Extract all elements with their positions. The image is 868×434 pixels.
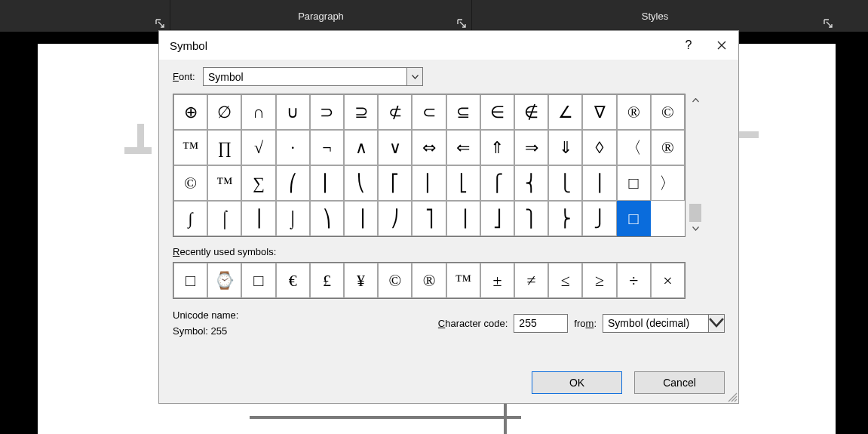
symbol-cell[interactable]: ⎪	[582, 165, 616, 201]
symbol-cell[interactable]: ∪	[276, 94, 310, 130]
symbol-cell[interactable]: ⎜	[310, 165, 344, 201]
symbol-cell[interactable]: ⊇	[344, 94, 378, 130]
symbol-cell[interactable]: ⎧	[480, 165, 514, 201]
symbol-cell[interactable]: ⎬	[548, 201, 582, 236]
symbol-cell[interactable]: ⎢	[412, 165, 446, 201]
symbol-cell[interactable]: ∩	[241, 94, 275, 130]
symbol-cell[interactable]: ™	[173, 130, 207, 165]
recent-symbol-cell[interactable]: €	[276, 263, 310, 298]
recent-symbol-cell[interactable]: ≥	[582, 263, 616, 298]
symbol-cell[interactable]: ∉	[514, 94, 548, 130]
close-button[interactable]	[705, 31, 738, 60]
symbol-cell[interactable]: ∨	[378, 130, 412, 165]
scroll-up-button[interactable]	[689, 94, 702, 107]
recent-symbol-cell[interactable]: ≠	[514, 263, 548, 298]
symbol-cell[interactable]: ⎣	[446, 165, 480, 201]
symbol-cell[interactable]: ∑	[241, 165, 275, 201]
dialog-titlebar[interactable]: Symbol ?	[159, 31, 738, 60]
symbol-cell[interactable]: ∫	[173, 201, 207, 236]
symbol-cell[interactable]: ⎡	[378, 165, 412, 201]
symbol-cell[interactable]: ⇐	[446, 130, 480, 165]
symbol-cell[interactable]: □	[617, 165, 651, 201]
symbol-cell[interactable]: ⇓	[548, 130, 582, 165]
symbol-cell[interactable]: ⇑	[480, 130, 514, 165]
symbol-cell[interactable]: ©	[651, 94, 685, 130]
dialog-launcher-icon[interactable]	[823, 18, 833, 29]
recent-symbol-cell[interactable]: ±	[480, 263, 514, 298]
dialog-launcher-icon[interactable]	[456, 18, 467, 29]
symbol-cell[interactable]: ⎩	[548, 165, 582, 201]
symbol-cell[interactable]: ⎦	[480, 201, 514, 236]
cancel-button[interactable]: Cancel	[634, 371, 725, 394]
symbol-cell[interactable]: ™	[207, 165, 241, 201]
symbol-cell[interactable]: ⎮	[241, 201, 275, 236]
dialog-launcher-icon[interactable]	[155, 18, 165, 29]
symbol-cell[interactable]: ©	[173, 165, 207, 201]
recent-symbol-cell[interactable]: ⌚	[207, 263, 241, 298]
symbol-cell[interactable]: ∅	[207, 94, 241, 130]
recent-symbol-cell[interactable]: ÷	[617, 263, 651, 298]
ribbon-group-label: Paragraph	[170, 11, 471, 22]
symbol-cell[interactable]: ⎭	[582, 201, 616, 236]
from-input[interactable]	[603, 314, 708, 333]
symbol-cell[interactable]: ∏	[207, 130, 241, 165]
recent-symbol-cell[interactable]: ≤	[548, 263, 582, 298]
symbol-cell[interactable]: ⎝	[344, 165, 378, 201]
recent-symbol-cell[interactable]: £	[310, 263, 344, 298]
symbol-cell[interactable]: ·	[276, 130, 310, 165]
font-combobox[interactable]	[203, 67, 423, 86]
symbol-cell[interactable]: √	[241, 130, 275, 165]
symbol-cell[interactable]: ⊃	[310, 94, 344, 130]
recent-symbol-cell[interactable]: ¥	[344, 263, 378, 298]
font-input[interactable]	[203, 67, 406, 86]
symbol-cell[interactable]: □	[617, 201, 651, 236]
symbol-cell[interactable]: ¬	[310, 130, 344, 165]
symbol-cell[interactable]: ⎤	[412, 201, 446, 236]
recent-symbol-cell[interactable]: ©	[378, 263, 412, 298]
symbol-cell[interactable]: ⎟	[344, 201, 378, 236]
symbol-cell[interactable]: ∧	[344, 130, 378, 165]
scrollbar[interactable]	[689, 94, 702, 235]
symbol-cell[interactable]: ∇	[582, 94, 616, 130]
symbol-cell[interactable]: ∠	[548, 94, 582, 130]
symbol-cell[interactable]: ⎫	[514, 201, 548, 236]
symbol-cell[interactable]: ⊂	[412, 94, 446, 130]
from-combobox[interactable]	[603, 314, 725, 333]
scroll-down-button[interactable]	[689, 222, 702, 235]
symbol-cell[interactable]: ⌠	[207, 201, 241, 236]
recent-symbol-cell[interactable]: □	[173, 263, 207, 298]
character-code-input[interactable]	[514, 314, 568, 333]
symbol-cell[interactable]: ⊄	[378, 94, 412, 130]
character-code-group: Character code: from:	[438, 314, 725, 333]
scroll-thumb[interactable]	[689, 204, 701, 222]
symbol-cell[interactable]: ®	[651, 130, 685, 165]
symbol-grid[interactable]: ⊕∅∩∪⊃⊇⊄⊂⊆∈∉∠∇®©™∏√·¬∧∨⇔⇐⇑⇒⇓◊〈®©™∑⎛⎜⎝⎡⎢⎣⎧…	[173, 94, 686, 237]
symbol-cell[interactable]: ⊆	[446, 94, 480, 130]
chevron-down-icon[interactable]	[708, 314, 725, 333]
symbol-cell[interactable]: ®	[617, 94, 651, 130]
symbol-cell[interactable]: ⎛	[276, 165, 310, 201]
recent-symbol-cell[interactable]: ®	[412, 263, 446, 298]
symbol-cell[interactable]: ⎨	[514, 165, 548, 201]
symbol-cell[interactable]: ∈	[480, 94, 514, 130]
resize-grip-icon[interactable]	[725, 390, 738, 402]
symbol-cell[interactable]: ⇔	[412, 130, 446, 165]
dialog-buttons: OK Cancel	[532, 371, 725, 394]
symbol-cell[interactable]: ⎠	[378, 201, 412, 236]
symbol-cell[interactable]: ⇒	[514, 130, 548, 165]
recent-symbol-cell[interactable]: ™	[446, 263, 480, 298]
recent-symbol-cell[interactable]: ×	[651, 263, 685, 298]
recent-symbols-row[interactable]: □⌚□€£¥©®™±≠≤≥÷×	[173, 262, 686, 299]
help-button[interactable]: ?	[672, 31, 705, 60]
recent-symbol-cell[interactable]: □	[241, 263, 275, 298]
symbol-cell[interactable]: ⎥	[446, 201, 480, 236]
symbol-cell[interactable]: ◊	[582, 130, 616, 165]
symbol-cell[interactable]: ⊕	[173, 94, 207, 130]
symbol-cell[interactable]: 〉	[651, 165, 685, 201]
ribbon: Paragraph Styles	[0, 0, 868, 32]
symbol-cell[interactable]: 〈	[617, 130, 651, 165]
symbol-cell[interactable]: ⌡	[276, 201, 310, 236]
symbol-cell[interactable]: ⎞	[310, 201, 344, 236]
chevron-down-icon[interactable]	[406, 67, 423, 86]
ok-button[interactable]: OK	[532, 371, 622, 394]
